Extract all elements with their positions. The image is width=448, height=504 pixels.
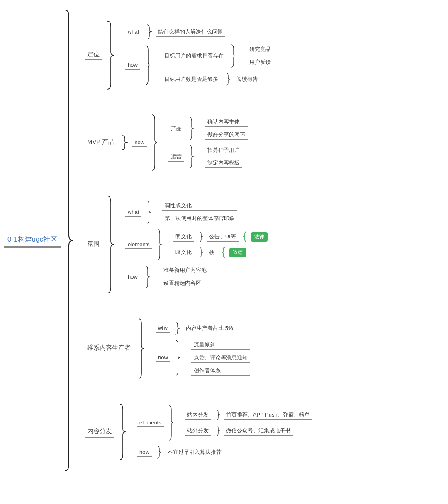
branch-atmosphere: 氛围 what 调性或文化 第一次使用时的整体感官印象 elements <box>85 195 314 294</box>
node-mvp: MVP 产品 <box>85 137 117 148</box>
right-brace-icon <box>220 246 226 259</box>
tag-law: 法律 <box>251 232 268 242</box>
branch-mvp: MVP 产品 how 产品 确认内容主体 做好分享的闭环 运营 <box>85 114 314 172</box>
root-node: 0-1构建ugc社区 <box>4 233 61 248</box>
branch-positioning: 定位 what 给什么样的人解决什么问题 how 目标用户的需求是否存在 <box>85 20 314 90</box>
level1-children: 定位 what 给什么样的人解决什么问题 how 目标用户的需求是否存在 <box>77 20 314 461</box>
node-positioning: 定位 <box>85 50 102 61</box>
node-how: how <box>125 61 140 70</box>
branch-producers: 维系内容生产者 why 内容生产者占比 5% how 流量倾斜 点赞、评论等消息… <box>85 317 314 380</box>
tag-moral: 道德 <box>229 248 246 257</box>
branch-distribution: 内容分发 elements 站内分发 首页推荐、APP Push、弹窗、榜单 站… <box>85 403 314 461</box>
mindmap: 0-1构建ugc社区 定位 what 给什么样的人解决什么问题 how <box>4 8 444 472</box>
right-brace-icon <box>242 230 248 243</box>
leaf: 给什么样的人解决什么问题 <box>156 27 225 37</box>
brace-root <box>63 8 75 472</box>
node-what: what <box>125 28 141 36</box>
